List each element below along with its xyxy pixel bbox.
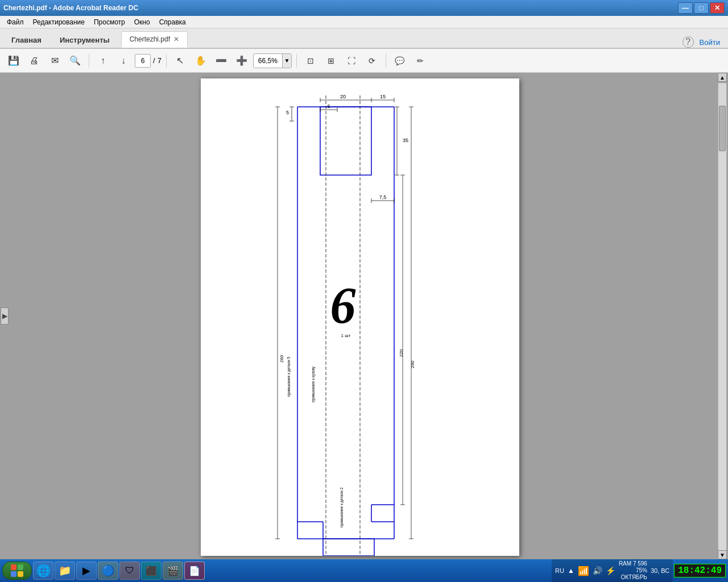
start-button[interactable] [2, 562, 32, 580]
toolbar: 💾 🖨 ✉ 🔍 ↑ ↓ 6 / 7 ↖ ✋ ➖ ➕ 66,5% ▼ ⊡ ⊞ ⛶ … [0, 49, 728, 73]
search-button[interactable]: 🔍 [66, 52, 84, 69]
markup-button[interactable]: ✏ [411, 52, 429, 69]
separator-1 [89, 54, 89, 68]
main-area: ▶ [0, 73, 728, 559]
svg-text:5: 5 [286, 110, 289, 115]
page-separator: / [153, 56, 155, 65]
total-pages: 7 [158, 56, 162, 65]
svg-text:35: 35 [403, 138, 408, 143]
ram-percent: 75% [636, 567, 647, 574]
rotate-button[interactable]: ⟳ [363, 52, 381, 69]
svg-text:6: 6 [327, 103, 330, 109]
page-indicator: 6 / 7 [135, 54, 162, 68]
pan-tool-button[interactable]: ✋ [192, 52, 210, 69]
sound-icon: 🔊 [593, 566, 602, 575]
svg-text:260: 260 [279, 355, 284, 363]
comment-button[interactable]: 💬 [391, 52, 409, 69]
network-icon: 📶 [578, 566, 589, 576]
separator-2 [166, 54, 167, 68]
print-button[interactable]: 🖨 [25, 52, 43, 69]
titlebar-controls: — □ ✕ [678, 2, 725, 14]
tray-expand-icon[interactable]: ▲ [568, 567, 574, 575]
fit-width-button[interactable]: ⊞ [322, 52, 340, 69]
technical-drawing: 20 15 6 5 35 [201, 78, 519, 556]
login-button[interactable]: Войти [700, 38, 720, 47]
clock-time: 18:42:49 [678, 566, 722, 576]
windows-logo [9, 563, 25, 579]
prev-page-button[interactable]: ↑ [94, 52, 112, 69]
tabbar: Главная Инструменты Chertezhi.pdf ✕ ? Во… [0, 28, 728, 49]
zoom-value: 66,5% [254, 57, 282, 65]
taskbar-media-button[interactable]: ▶ [76, 562, 97, 580]
tab-pdf[interactable]: Chertezhi.pdf ✕ [121, 31, 188, 48]
svg-text:примыкание к детали 5: примыкание к детали 5 [287, 356, 291, 397]
taskbar-explorer-button[interactable]: 📁 [55, 562, 75, 580]
taskbar-video-button[interactable]: 🎬 [163, 562, 183, 580]
taskbar-acrobat-button[interactable]: 📄 [184, 562, 205, 580]
menu-file[interactable]: Файл [2, 17, 28, 27]
month-label: ОКТЯБРЬ [621, 574, 647, 581]
fit-page-button[interactable]: ⊡ [301, 52, 320, 69]
scroll-thumb[interactable] [719, 106, 726, 151]
tab-tools[interactable]: Инструменты [51, 32, 119, 48]
clock: 18:42:49 [674, 564, 726, 577]
zoom-selector[interactable]: 66,5% ▼ [253, 53, 292, 68]
select-tool-button[interactable]: ↖ [171, 52, 189, 69]
taskbar-antivirus-button[interactable]: 🛡 [119, 562, 140, 580]
menu-edit[interactable]: Редактирование [28, 17, 89, 27]
zoom-in-button[interactable]: ➕ [233, 52, 251, 69]
titlebar-title: Chertezhi.pdf - Adobe Acrobat Reader DC [3, 4, 138, 12]
email-button[interactable]: ✉ [46, 52, 64, 69]
svg-text:1 шт: 1 шт [341, 333, 351, 338]
tab-home[interactable]: Главная [2, 32, 51, 48]
language-indicator[interactable]: RU [555, 567, 564, 574]
svg-text:6: 6 [330, 277, 356, 334]
svg-text:примыкание к кузову: примыкание к кузову [311, 366, 316, 402]
maximize-button[interactable]: □ [694, 2, 709, 14]
fullscreen-button[interactable]: ⛶ [342, 52, 361, 69]
ram-value: RAM 7 596 [619, 560, 647, 567]
help-button[interactable]: ? [682, 36, 694, 48]
taskbar-chrome-button[interactable]: 🔵 [98, 562, 118, 580]
menu-window[interactable]: Окно [130, 17, 155, 27]
menu-help[interactable]: Справка [155, 17, 191, 27]
svg-text:примыкание к детали 2: примыкание к детали 2 [340, 487, 344, 527]
pdf-page: 20 15 6 5 35 [201, 78, 519, 556]
pdf-viewport: 20 15 6 5 35 [9, 73, 717, 559]
tab-pdf-label: Chertezhi.pdf [130, 35, 170, 43]
minimize-button[interactable]: — [678, 2, 693, 14]
menu-view[interactable]: Просмотр [89, 17, 130, 27]
separator-4 [386, 54, 386, 68]
scroll-down-button[interactable]: ▼ [718, 550, 727, 559]
menubar: Файл Редактирование Просмотр Окно Справк… [0, 16, 728, 28]
next-page-button[interactable]: ↓ [114, 52, 133, 69]
zoom-out-button[interactable]: ➖ [212, 52, 230, 69]
left-panel[interactable]: ▶ [0, 73, 9, 559]
date-label: 30, ВС [651, 567, 669, 574]
titlebar: Chertezhi.pdf - Adobe Acrobat Reader DC … [0, 0, 728, 16]
taskbar-tray: RU ▲ 📶 🔊 ⚡ RAM 7 596 75% ОКТЯБРЬ 30, ВС [552, 559, 673, 582]
tab-close-button[interactable]: ✕ [173, 35, 179, 43]
ram-indicator: RAM 7 596 75% ОКТЯБРЬ [619, 560, 647, 581]
separator-3 [296, 54, 297, 68]
page-input[interactable]: 6 [135, 54, 151, 68]
power-icon: ⚡ [606, 566, 615, 575]
scroll-track[interactable] [718, 83, 727, 550]
save-button[interactable]: 💾 [5, 52, 23, 69]
close-button[interactable]: ✕ [710, 2, 725, 14]
left-arrow-icon[interactable]: ▶ [1, 307, 9, 325]
svg-text:220: 220 [399, 349, 404, 357]
taskbar-ie-button[interactable]: 🌐 [33, 562, 53, 580]
zoom-dropdown-arrow[interactable]: ▼ [282, 54, 291, 68]
taskbar: 🌐 📁 ▶ 🔵 🛡 ⬛ 🎬 📄 RU ▲ 📶 🔊 ⚡ RAM 7 596 75%… [0, 559, 728, 582]
svg-text:290: 290 [410, 360, 415, 368]
scroll-up-button[interactable]: ▲ [718, 73, 727, 82]
right-scrollbar[interactable]: ▲ ▼ [717, 73, 728, 559]
taskbar-green-app-button[interactable]: ⬛ [141, 562, 162, 580]
svg-text:15: 15 [380, 94, 386, 99]
tab-right-area: ? Войти [677, 36, 726, 48]
svg-text:7,5: 7,5 [379, 194, 387, 200]
svg-text:20: 20 [340, 94, 346, 99]
